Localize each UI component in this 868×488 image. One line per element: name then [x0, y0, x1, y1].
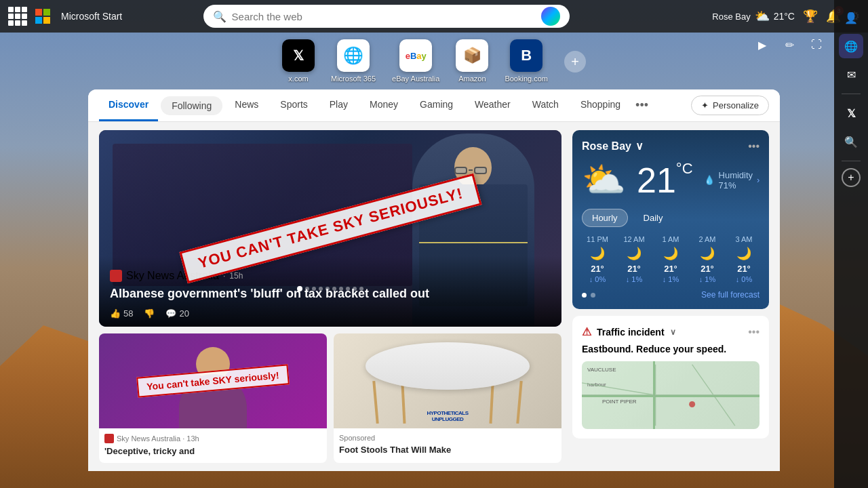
sidebar-add-button[interactable]: +	[842, 168, 861, 187]
fav-icon-ebay: eBay	[399, 39, 432, 72]
weather-cloud-icon: ⛅	[755, 9, 770, 24]
apps-grid-icon[interactable]	[8, 7, 27, 26]
dot	[346, 287, 350, 291]
tab-gaming[interactable]: Gaming	[410, 89, 462, 121]
edit-icon[interactable]: ✏	[778, 34, 800, 56]
humidity-info[interactable]: 💧 Humidity 71% ›	[704, 170, 760, 190]
dot	[319, 287, 323, 291]
content-grid: Sky News Australia · 15h Albanese govern…	[88, 122, 780, 471]
like-button[interactable]: 👍 58	[110, 308, 133, 319]
play-icon[interactable]: ▶	[751, 34, 773, 56]
tab-hourly[interactable]: Hourly	[582, 209, 628, 227]
traffic-more-icon[interactable]: •••	[748, 326, 760, 338]
forecast-dot-1	[582, 293, 587, 298]
tab-money[interactable]: Money	[360, 89, 408, 121]
search-input[interactable]	[232, 11, 536, 22]
weather-header: Rose Bay ∨ •••	[582, 140, 760, 152]
dot	[359, 287, 363, 291]
humidity-icon: 💧	[704, 175, 715, 185]
traffic-message: Eastbound. Reduce your speed.	[582, 344, 760, 354]
traffic-title-text: Traffic incident	[597, 327, 665, 338]
fav-item-booking[interactable]: B Booking.com	[505, 39, 548, 83]
microsoft-logo	[35, 9, 50, 24]
news-actions: 👍 58 👎 💬 20	[110, 308, 551, 319]
main-news-card[interactable]: Sky News Australia · 15h Albanese govern…	[99, 130, 561, 327]
tab-watch[interactable]: Watch	[523, 89, 568, 121]
fav-icon-amazon: 📦	[456, 39, 488, 72]
trophy-icon[interactable]: 🏆	[803, 9, 818, 24]
tab-discover[interactable]: Discover	[99, 89, 158, 121]
traffic-title: ⚠ Traffic incident ∨	[582, 325, 676, 338]
weather-footer: See full forecast	[582, 290, 760, 300]
sidebar-x-icon[interactable]: 𝕏	[839, 101, 863, 125]
personalize-button[interactable]: ✦ Personalize	[691, 96, 769, 115]
traffic-expand-icon[interactable]: ∨	[670, 327, 676, 337]
nav-tabs: Discover Following News Sports Play Mone…	[88, 89, 780, 122]
fav-label-x: x.com	[288, 75, 308, 83]
comment-button[interactable]: 💬 20	[165, 308, 189, 319]
hour-item-3: 2 AM 🌙 21° ↓ 1%	[692, 235, 723, 283]
weather-summary[interactable]: Rose Bay ⛅ 21°C	[712, 9, 795, 24]
humidity-value: Humidity 71%	[719, 170, 753, 190]
dislike-button[interactable]: 👎	[144, 308, 155, 319]
slide-dots	[297, 286, 363, 291]
weather-more-icon[interactable]: •••	[748, 140, 760, 152]
tab-play[interactable]: Play	[320, 89, 357, 121]
source-icon	[104, 434, 114, 443]
fav-item-amazon[interactable]: 📦 Amazon	[456, 39, 488, 83]
personalize-icon: ✦	[701, 100, 709, 110]
tab-weather[interactable]: Weather	[465, 89, 520, 121]
dot	[332, 287, 336, 291]
tab-daily[interactable]: Daily	[633, 209, 673, 227]
tab-shopping[interactable]: Shopping	[571, 89, 630, 121]
weather-temp: 21°C	[774, 11, 795, 22]
weather-widget: Rose Bay ∨ ••• ⛅ 21 °C 💧	[572, 130, 769, 309]
small-card-1[interactable]: You can't take SKY seriously! Sky News A…	[99, 333, 327, 463]
stool-seat	[366, 342, 530, 389]
dot	[305, 287, 309, 291]
news-source: Sky News Australia · 15h	[110, 270, 551, 282]
person-body	[179, 374, 247, 428]
side-column: Rose Bay ∨ ••• ⛅ 21 °C 💧	[572, 130, 769, 463]
fav-item-ebay[interactable]: eBay eBay Australia	[392, 39, 439, 83]
sidebar-mail-icon[interactable]: ✉	[839, 62, 863, 87]
more-tabs-button[interactable]: •••	[635, 98, 648, 113]
comment-count: 20	[179, 308, 189, 319]
fullscreen-icon[interactable]: ⛶	[806, 34, 827, 56]
traffic-map[interactable]: VAUCLUSE harbour POINT PIPER	[582, 361, 760, 429]
search-bar[interactable]: 🔍	[203, 5, 570, 28]
traffic-widget: ⚠ Traffic incident ∨ ••• Eastbound. Redu…	[572, 316, 769, 439]
sidebar-profile-icon[interactable]: 👤	[839, 5, 863, 30]
dot	[339, 287, 343, 291]
news-time: 15h	[229, 271, 243, 281]
small-card-2[interactable]: HYPOTHETICALSUNPLUGGED Sponsored Foot St…	[334, 333, 561, 463]
top-actions: ▶ ✏ ⛶	[751, 34, 827, 56]
copilot-icon[interactable]	[541, 7, 560, 26]
small-card-1-body: Sky News Australia · 13h 'Deceptive, tri…	[99, 428, 327, 463]
main-content: Discover Following News Sports Play Mone…	[88, 89, 780, 471]
fav-item-ms365[interactable]: 🌐 Microsoft 365	[331, 39, 376, 83]
hour-item-0: 11 PM 🌙 21° ↓ 0%	[582, 235, 613, 283]
traffic-warning-icon: ⚠	[582, 325, 591, 338]
dot	[326, 287, 330, 291]
sidebar-edge-icon[interactable]: 🌐	[839, 34, 863, 58]
small-card-2-source: Sponsored	[339, 434, 556, 442]
fav-item-x[interactable]: 𝕏 x.com	[282, 39, 315, 83]
small-card-1-source: Sky News Australia · 13h	[104, 434, 321, 443]
tab-news[interactable]: News	[225, 89, 268, 121]
tab-following[interactable]: Following	[161, 96, 222, 115]
fav-icon-booking: B	[510, 39, 542, 72]
sponsor-logo: HYPOTHETICALSUNPLUGGED	[374, 410, 520, 422]
hour-item-4: 3 AM 🌙 21° ↓ 0%	[728, 235, 760, 283]
tab-sports[interactable]: Sports	[271, 89, 317, 121]
topbar: Microsoft Start 🔍 Rose Bay ⛅ 21°C 🏆 🔔 3 …	[0, 0, 868, 33]
right-sidebar: 👤 🌐 ✉ 𝕏 🔍 +	[834, 0, 868, 488]
small-news-grid: You can't take SKY seriously! Sky News A…	[99, 333, 561, 463]
see-forecast-button[interactable]: See full forecast	[701, 290, 760, 300]
add-favorite-button[interactable]: +	[564, 51, 586, 73]
weather-condition-icon: ⛅	[582, 159, 626, 201]
fav-label-amazon: Amazon	[458, 75, 486, 83]
small-card-2-title: Foot Stools That Will Make	[339, 445, 556, 456]
sidebar-search-icon[interactable]: 🔍	[839, 129, 863, 154]
weather-location-label[interactable]: Rose Bay ∨	[582, 140, 644, 152]
